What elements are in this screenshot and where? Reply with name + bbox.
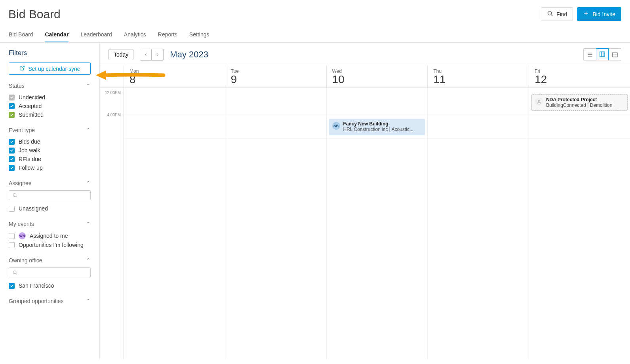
search-icon [547,10,553,18]
filter-item-rfis-due[interactable]: RFIs due [9,155,91,163]
filters-sidebar: Filters Set up calendar sync Status ⌃ Un… [0,43,100,359]
chevron-up-icon: ⌃ [86,257,91,264]
tab-settings[interactable]: Settings [189,28,209,42]
sync-label: Set up calendar sync [28,66,80,72]
event-subtitle: BuildingConnected | Demolition [546,102,624,108]
calendar-event-protected[interactable]: NDA Protected Project BuildingConnected … [531,94,628,111]
filter-item-job-walk[interactable]: Job walk [9,146,91,155]
svg-line-6 [16,196,17,197]
day-number: 9 [231,73,321,86]
office-search-input[interactable] [9,267,91,277]
today-button[interactable]: Today [108,49,133,60]
filter-label: Follow-up [19,165,43,171]
checkbox[interactable] [9,242,15,248]
filter-header-event-type[interactable]: Event type ⌃ [9,127,91,133]
main-tabs: Bid Board Calendar Leaderboard Analytics… [0,28,630,43]
day-number: 11 [433,73,523,86]
next-button[interactable] [152,49,164,61]
view-list-button[interactable] [584,49,596,61]
filter-item-follow-up[interactable]: Follow-up [9,163,91,172]
filter-header-my-events[interactable]: My events ⌃ [9,221,91,227]
time-column: 12:00PM 4:00PM [100,88,124,359]
tab-analytics[interactable]: Analytics [124,28,146,42]
checkbox[interactable] [9,148,15,154]
find-label: Find [556,11,567,17]
checkbox[interactable] [9,95,15,100]
svg-line-8 [16,273,17,274]
search-icon [12,193,17,198]
filter-label: Bids due [19,138,40,145]
filter-header-grouped[interactable]: Grouped opportunities ⌃ [9,298,91,304]
filter-label: RFIs due [19,156,41,162]
filter-item-bids-due[interactable]: Bids due [9,137,91,146]
time-label: 12:00PM [105,91,121,95]
chevron-left-icon [143,52,148,57]
day-number: 8 [129,73,219,86]
plus-icon [583,10,589,18]
day-col-mon[interactable] [124,88,225,359]
external-link-icon [19,65,25,72]
checkbox[interactable] [9,139,15,145]
svg-point-17 [538,100,540,102]
columns-icon [599,51,605,57]
filter-label: Submitted [19,112,44,118]
filter-label: Undecided [19,94,45,100]
tab-leaderboard[interactable]: Leaderboard [80,28,112,42]
tab-reports[interactable]: Reports [158,28,177,42]
setup-calendar-sync-button[interactable]: Set up calendar sync [9,63,91,75]
filter-title: Assignee [9,180,32,186]
chevron-up-icon: ⌃ [86,298,91,304]
view-week-button[interactable] [596,48,609,60]
svg-line-4 [22,66,24,68]
filter-header-status[interactable]: Status ⌃ [9,83,91,89]
day-number: 10 [332,73,422,86]
list-icon [587,51,593,58]
filter-item-assigned-to-me[interactable]: WB Assigned to me [9,231,91,241]
day-col-thu[interactable] [427,88,529,359]
day-col-wed[interactable]: BB Fancy New Building HRL Construction i… [326,88,428,359]
chevron-up-icon: ⌃ [86,127,91,133]
filter-item-following[interactable]: Opportunities I'm following [9,241,91,249]
day-header-tue: Tue 9 [225,65,326,87]
svg-rect-12 [600,52,605,57]
bid-invite-button[interactable]: Bid Invite [577,7,621,21]
lock-icon [535,98,543,106]
svg-point-5 [13,193,16,197]
checkbox[interactable] [9,103,15,109]
checkbox[interactable] [9,112,15,118]
filter-item-submitted[interactable]: Submitted [9,110,91,119]
event-badge: BB [332,122,340,130]
filter-label: Assigned to me [30,233,68,239]
day-header-thu: Thu 11 [427,65,529,87]
filter-item-undecided[interactable]: Undecided [9,93,91,102]
filter-label: San Francisco [19,282,54,289]
checkbox[interactable] [9,156,15,162]
chevron-up-icon: ⌃ [86,180,91,186]
filter-item-accepted[interactable]: Accepted [9,102,91,110]
svg-point-0 [548,11,552,15]
event-title: Fancy New Building [343,121,422,127]
assignee-search-input[interactable] [9,190,91,200]
filter-header-owning-office[interactable]: Owning office ⌃ [9,257,91,264]
avatar: WB [19,232,26,239]
day-col-tue[interactable] [225,88,326,359]
find-button[interactable]: Find [541,7,573,21]
tab-bid-board[interactable]: Bid Board [9,28,33,42]
checkbox[interactable] [9,283,15,289]
prev-button[interactable] [140,49,152,61]
checkbox[interactable] [9,233,15,239]
view-month-button[interactable] [608,49,621,61]
event-title: NDA Protected Project [546,97,624,102]
filter-item-unassigned[interactable]: Unassigned [9,204,91,213]
filter-item-san-francisco[interactable]: San Francisco [9,281,91,290]
calendar-icon [612,51,618,58]
chevron-right-icon [155,52,160,57]
page-title: Bid Board [8,8,61,21]
day-header-wed: Wed 10 [326,65,428,87]
calendar-event[interactable]: BB Fancy New Building HRL Construction i… [329,119,425,135]
checkbox[interactable] [9,165,15,171]
day-col-fri[interactable]: NDA Protected Project BuildingConnected … [529,88,630,359]
filter-header-assignee[interactable]: Assignee ⌃ [9,180,91,186]
tab-calendar[interactable]: Calendar [45,28,69,42]
checkbox[interactable] [9,206,15,212]
